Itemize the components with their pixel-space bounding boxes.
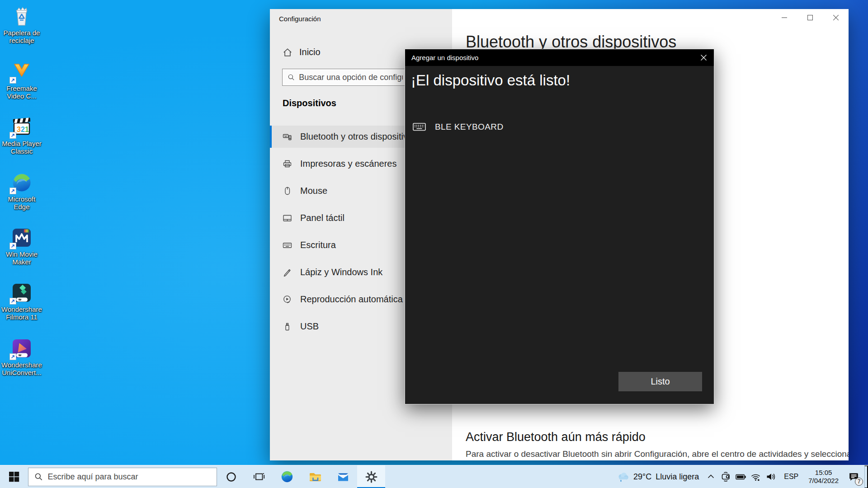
filmora-icon bbox=[11, 282, 33, 304]
weather-cloud-icon bbox=[617, 471, 629, 483]
sidebar-item-label: Impresoras y escáneres bbox=[300, 159, 396, 169]
settings-search-box[interactable] bbox=[282, 69, 408, 86]
start-button[interactable] bbox=[0, 465, 28, 488]
magnifier-icon bbox=[288, 73, 295, 81]
win-movie-maker-icon bbox=[11, 227, 33, 249]
shortcut-arrow-icon bbox=[9, 353, 16, 360]
shortcut-arrow-icon bbox=[9, 298, 16, 305]
desktop-wallpaper: Papelera de reciclaje Freemake Video C..… bbox=[0, 0, 868, 488]
weather-temperature: 29°C bbox=[633, 472, 651, 482]
bluetooth-devices-icon bbox=[283, 132, 292, 141]
mail-button[interactable] bbox=[329, 465, 357, 488]
taskbar: 29°C Lluvia ligera bbox=[0, 465, 868, 488]
desktop-icon-wondershare-filmora[interactable]: Wondershare Filmora 11 bbox=[1, 282, 42, 321]
sidebar-item-label: Panel táctil bbox=[300, 213, 344, 223]
sidebar-section-header: Dispositivos bbox=[283, 98, 336, 108]
shortcut-arrow-icon bbox=[9, 188, 16, 194]
sidebar-item-home[interactable]: Inicio bbox=[283, 47, 321, 57]
cortana-button[interactable] bbox=[217, 465, 245, 488]
task-view-button[interactable] bbox=[245, 465, 273, 488]
shortcut-arrow-icon bbox=[9, 132, 16, 139]
tray-expand-button[interactable] bbox=[703, 465, 718, 488]
done-button[interactable]: Listo bbox=[618, 372, 702, 391]
language-indicator[interactable]: ESP bbox=[778, 465, 804, 488]
taskbar-clock[interactable]: 15:05 7/04/2022 bbox=[804, 465, 843, 488]
settings-gear-icon bbox=[365, 471, 377, 483]
sidebar-item-label: USB bbox=[300, 321, 319, 332]
window-title: Configuración bbox=[279, 15, 321, 23]
taskbar-search-box[interactable] bbox=[28, 468, 217, 486]
weather-widget[interactable]: 29°C Lluvia ligera bbox=[612, 465, 703, 488]
taskbar-settings-button[interactable] bbox=[357, 465, 385, 488]
add-device-dialog: Agregar un dispositivo ¡El dispositivo e… bbox=[405, 49, 714, 404]
desktop-icon-label: Wondershare UniConvert... bbox=[1, 361, 42, 376]
mouse-icon bbox=[283, 186, 292, 196]
taskbar-edge-button[interactable] bbox=[273, 465, 301, 488]
desktop-icon-label: Microsoft Edge bbox=[1, 195, 42, 211]
printer-icon bbox=[283, 159, 292, 169]
dialog-heading: ¡El dispositivo está listo! bbox=[411, 72, 570, 89]
svg-text:2: 2 bbox=[21, 126, 25, 133]
battery-icon bbox=[736, 472, 746, 482]
sidebar-item-label: Bluetooth y otros dispositivos bbox=[300, 131, 417, 142]
desktop-icon-wondershare-uniconverter[interactable]: Wondershare UniConvert... bbox=[1, 338, 42, 376]
search-icon bbox=[34, 472, 42, 481]
dialog-title: Agregar un dispositivo bbox=[411, 54, 478, 61]
edge-icon bbox=[11, 172, 33, 193]
desktop-icon-recycle-bin[interactable]: Papelera de reciclaje bbox=[1, 5, 42, 44]
device-name: BLE KEYBOARD bbox=[435, 122, 504, 132]
mail-icon bbox=[337, 472, 349, 482]
tip-text: Para activar o desactivar Bluetooth sin … bbox=[466, 449, 849, 459]
wifi-icon bbox=[750, 472, 761, 481]
desktop-icon-win-movie-maker[interactable]: Win Movie Maker bbox=[1, 227, 42, 266]
touchpad-icon bbox=[283, 213, 292, 223]
sidebar-item-label: Escritura bbox=[300, 240, 336, 250]
keyboard-device-icon bbox=[413, 122, 426, 132]
edge-icon bbox=[280, 470, 294, 483]
desktop-icon-label: Papelera de reciclaje bbox=[1, 29, 42, 44]
desktop-icon-label: Media Player Classic bbox=[1, 140, 42, 155]
clock-time: 15:05 bbox=[808, 469, 839, 477]
show-desktop-button[interactable] bbox=[864, 465, 868, 488]
desktop-icon-label: Win Movie Maker bbox=[1, 250, 42, 266]
desktop-icon-freemake-video-converter[interactable]: Freemake Video C... bbox=[1, 61, 42, 100]
wifi-tray-button[interactable] bbox=[748, 465, 763, 488]
sidebar-item-label: Lápiz y Windows Ink bbox=[300, 267, 382, 277]
weather-condition: Lluvia ligera bbox=[656, 472, 699, 482]
media-player-classic-icon: 3 2 1 bbox=[11, 116, 33, 138]
shortcut-arrow-icon bbox=[9, 243, 16, 249]
maximize-button[interactable] bbox=[797, 9, 823, 26]
window-controls bbox=[771, 9, 849, 26]
close-button[interactable] bbox=[823, 9, 849, 26]
file-explorer-icon bbox=[309, 471, 322, 482]
desktop-icon-media-player-classic[interactable]: 3 2 1 Media Player Classic bbox=[1, 116, 42, 155]
chevron-up-icon bbox=[707, 473, 715, 481]
desktop-icon-microsoft-edge[interactable]: Microsoft Edge bbox=[1, 172, 42, 211]
taskbar-search-input[interactable] bbox=[47, 472, 211, 482]
device-list-item-ble-keyboard[interactable]: BLE KEYBOARD bbox=[413, 122, 504, 132]
task-view-icon bbox=[253, 471, 265, 483]
desktop-icon-label: Freemake Video C... bbox=[1, 84, 42, 100]
notification-count-badge: 7 bbox=[855, 478, 863, 486]
close-icon bbox=[833, 15, 839, 20]
autoplay-icon bbox=[283, 295, 292, 304]
shortcut-arrow-icon bbox=[9, 77, 16, 84]
cortana-icon bbox=[226, 472, 236, 482]
dialog-titlebar: Agregar un dispositivo bbox=[405, 49, 714, 66]
file-explorer-button[interactable] bbox=[301, 465, 329, 488]
sidebar-home-label: Inicio bbox=[299, 47, 321, 57]
dialog-close-button[interactable] bbox=[693, 49, 714, 66]
svg-text:3: 3 bbox=[17, 126, 21, 133]
maximize-icon bbox=[807, 15, 813, 20]
battery-tray-button[interactable] bbox=[733, 465, 748, 488]
sidebar-item-label: Reproducción automática bbox=[300, 294, 403, 305]
minimize-icon bbox=[782, 17, 787, 18]
cast-device-tray-button[interactable] bbox=[718, 465, 733, 488]
notification-center-button[interactable]: 7 bbox=[843, 465, 864, 488]
minimize-button[interactable] bbox=[771, 9, 797, 26]
settings-search-input[interactable] bbox=[299, 73, 403, 82]
cast-device-icon bbox=[721, 471, 731, 482]
uniconverter-icon bbox=[11, 338, 33, 359]
home-icon bbox=[283, 47, 292, 57]
volume-tray-button[interactable] bbox=[763, 465, 778, 488]
